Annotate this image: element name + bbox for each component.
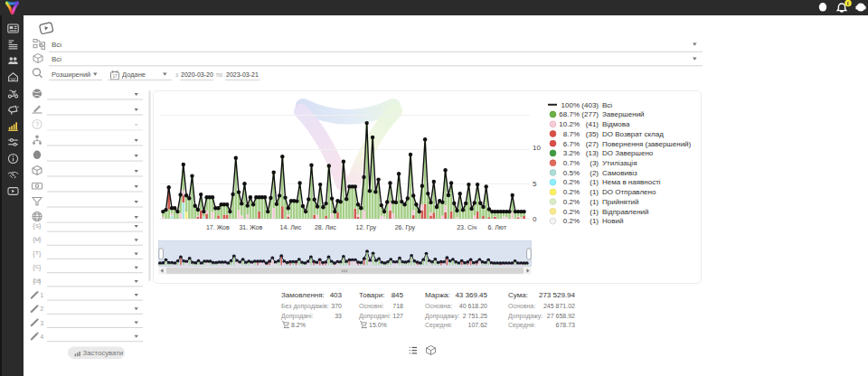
svg-text:33: 33 <box>335 313 342 319</box>
svg-text:Основні:: Основні: <box>359 303 384 309</box>
svg-text:2 751.25: 2 751.25 <box>463 313 487 319</box>
svg-text:403: 403 <box>330 291 343 299</box>
svg-text:Основна:: Основна: <box>425 303 452 309</box>
svg-text:845: 845 <box>392 291 404 299</box>
svg-text:Маржа:: Маржа: <box>425 291 450 299</box>
svg-text:Без допродажів:: Без допродажів: <box>281 303 329 310</box>
svg-text:Середня:: Середня: <box>508 322 535 329</box>
svg-text:127: 127 <box>392 313 403 319</box>
svg-text:370: 370 <box>331 303 342 309</box>
svg-text:15.0%: 15.0% <box>369 322 387 328</box>
svg-text:718: 718 <box>392 303 403 309</box>
svg-text:27 658.92: 27 658.92 <box>547 313 575 319</box>
svg-text:43 369.45: 43 369.45 <box>455 291 487 299</box>
svg-text:Сума:: Сума: <box>508 291 528 299</box>
svg-text:245 871.02: 245 871.02 <box>543 303 575 309</box>
svg-text:40 618.20: 40 618.20 <box>459 303 487 309</box>
svg-text:Замовлення:: Замовлення: <box>281 291 325 299</box>
svg-text:678.73: 678.73 <box>556 322 576 328</box>
svg-text:Допродані:: Допродані: <box>359 313 392 320</box>
svg-text:Основна:: Основна: <box>508 303 535 309</box>
svg-text:Середня:: Середня: <box>425 322 452 329</box>
svg-text:Товари:: Товари: <box>359 291 384 299</box>
svg-text:Допродажу:: Допродажу: <box>508 313 542 320</box>
svg-text:8.2%: 8.2% <box>291 322 306 328</box>
svg-text:Допродані:: Допродані: <box>281 313 314 320</box>
svg-text:Допродажу:: Допродажу: <box>425 313 459 320</box>
svg-text:107.62: 107.62 <box>468 322 488 328</box>
svg-text:273 529.94: 273 529.94 <box>539 291 576 299</box>
